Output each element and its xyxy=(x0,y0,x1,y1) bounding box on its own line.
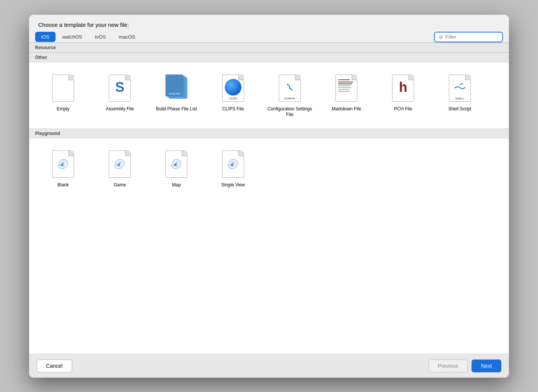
assembly-s-letter: S xyxy=(115,79,124,95)
tab-watchos[interactable]: watchOS xyxy=(56,32,88,42)
nav-buttons: Previous Next xyxy=(428,359,501,372)
section-header-playground: Playground xyxy=(29,129,509,138)
item-config[interactable]: ⌇ CONFIG Configuration Settings File xyxy=(263,68,316,122)
item-single-view-label: Single View xyxy=(221,182,245,188)
item-build-phase-label: Build Phase File List xyxy=(156,106,197,112)
clips-sublabel: CLIPS xyxy=(223,97,244,100)
other-items-grid: Empty S Assembly File F xyxy=(29,62,509,129)
item-assembly-label: Assembly File xyxy=(106,106,134,112)
playground-items-grid: Blank Game xyxy=(29,138,509,199)
previous-button[interactable]: Previous xyxy=(428,359,468,372)
section-header-resource: Resource xyxy=(29,43,509,53)
clips-ball xyxy=(225,79,241,95)
markdown-icon xyxy=(333,73,360,103)
filter-icon: ⊜ xyxy=(439,34,443,40)
shell-icon: ⌥ SHELL xyxy=(446,73,473,103)
md-lines xyxy=(338,79,355,93)
item-clips-label: CLIPS File xyxy=(222,106,244,112)
clips-icon: CLIPS xyxy=(220,73,247,103)
config-icon: ⌇ CONFIG xyxy=(276,73,303,103)
map-swift-icon xyxy=(163,149,190,179)
item-empty[interactable]: Empty xyxy=(37,68,90,122)
tab-bar: iOS watchOS tvOS macOS ⊜ xyxy=(29,32,509,43)
item-game[interactable]: Game xyxy=(93,144,146,193)
item-blank-label: Blank xyxy=(57,182,69,188)
empty-icon xyxy=(49,73,77,103)
game-swift-icon xyxy=(106,149,133,179)
pch-h-letter: h xyxy=(399,79,407,95)
item-markdown-label: Markdown File xyxy=(332,106,361,112)
item-clips[interactable]: CLIPS CLIPS File xyxy=(207,68,260,122)
filelist-label: FILELIST xyxy=(166,93,183,95)
config-tool: ⌇ xyxy=(284,81,295,94)
item-build-phase[interactable]: FILELIST Build Phase File List xyxy=(150,68,203,122)
blank-swift-icon xyxy=(49,149,77,179)
item-single-view[interactable]: Single View xyxy=(207,144,260,193)
item-map-label: Map xyxy=(172,182,181,188)
build-phase-icon: FILELIST xyxy=(163,73,190,103)
pch-icon: h xyxy=(390,73,417,103)
tab-macos[interactable]: macOS xyxy=(113,32,141,42)
item-markdown[interactable]: Markdown File xyxy=(320,68,373,122)
item-pch-label: PCH File xyxy=(394,106,412,112)
filter-input[interactable] xyxy=(445,34,498,40)
template-dialog: Choose a template for your new file: iOS… xyxy=(29,15,509,378)
swift-bird-game xyxy=(113,157,127,171)
content-area: Resource Other Empty S Assembly File xyxy=(29,43,509,354)
swift-bird-map xyxy=(170,157,183,171)
item-shell[interactable]: ⌥ SHELL Shell Script xyxy=(433,68,486,122)
dialog-footer: Cancel Previous Next xyxy=(29,354,509,378)
filter-box[interactable]: ⊜ xyxy=(434,32,503,42)
item-pch[interactable]: h PCH File xyxy=(377,68,430,122)
item-shell-label: Shell Script xyxy=(448,106,472,112)
swift-bird-blank xyxy=(56,157,70,171)
tab-tvos[interactable]: tvOS xyxy=(89,32,112,42)
tab-bar-left: iOS watchOS tvOS macOS xyxy=(35,32,434,42)
item-game-label: Game xyxy=(114,182,126,188)
item-blank[interactable]: Blank xyxy=(37,144,90,193)
swift-bird-single-view xyxy=(226,157,240,171)
section-header-other: Other xyxy=(29,53,509,62)
item-assembly[interactable]: S Assembly File xyxy=(93,68,146,122)
shell-sublabel: SHELL xyxy=(449,97,470,100)
single-view-swift-icon xyxy=(220,149,247,179)
cancel-button[interactable]: Cancel xyxy=(37,359,72,372)
config-sublabel: CONFIG xyxy=(279,97,300,100)
shell-tool-icon: ⌥ xyxy=(452,79,467,95)
tab-ios[interactable]: iOS xyxy=(35,32,56,42)
dialog-title: Choose a template for your new file: xyxy=(29,15,509,32)
item-empty-label: Empty xyxy=(57,106,70,112)
item-map[interactable]: Map xyxy=(150,144,203,193)
next-button[interactable]: Next xyxy=(472,359,501,372)
assembly-icon: S xyxy=(106,73,133,103)
item-config-label: Configuration Settings File xyxy=(267,106,312,118)
